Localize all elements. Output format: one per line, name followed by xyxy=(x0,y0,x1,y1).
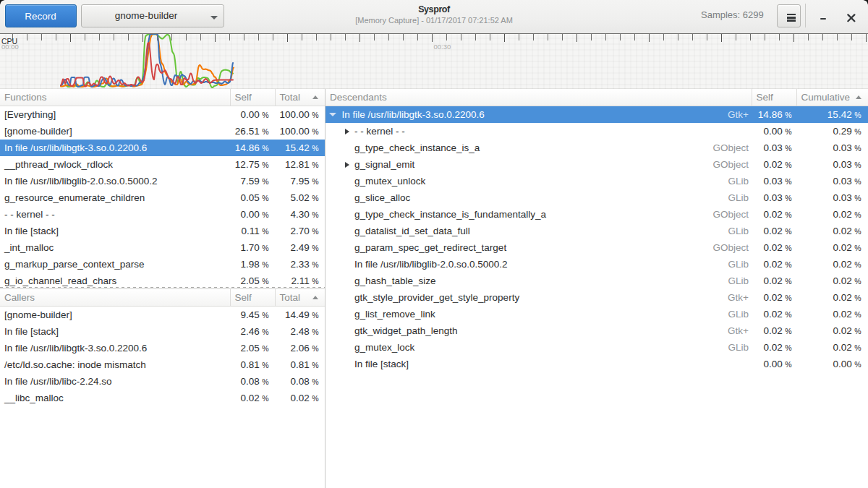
svg-text:00:30: 00:30 xyxy=(434,43,451,51)
svg-text:00:00: 00:00 xyxy=(1,43,19,51)
